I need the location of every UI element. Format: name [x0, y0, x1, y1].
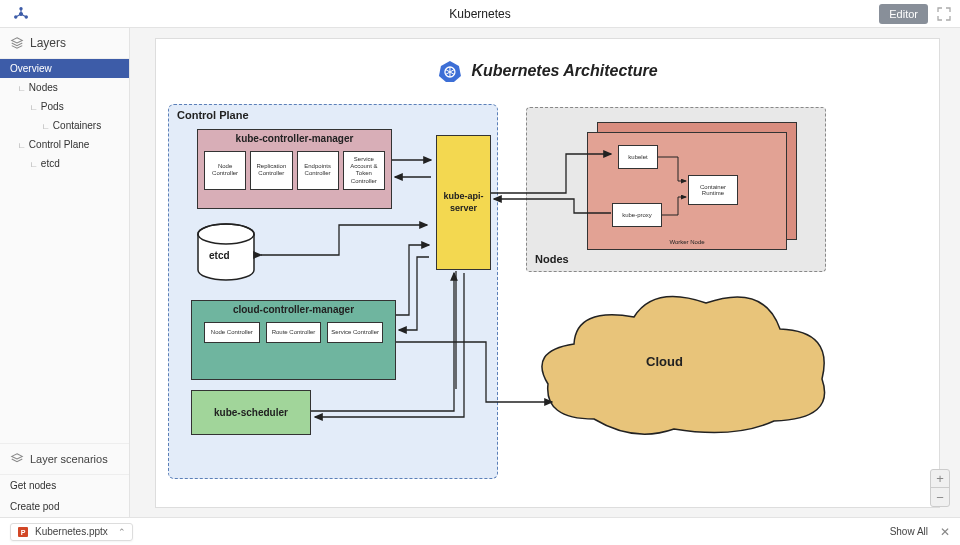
layers-tree: Overview ∟Nodes ∟Pods ∟Containers ∟Contr… — [0, 59, 129, 173]
ccm-cell-route: Route Controller — [266, 322, 322, 343]
kcm-cell-endpoints: Endpoints Controller — [297, 151, 339, 190]
kube-controller-manager-box: kube-controller-manager Node Controller … — [197, 129, 392, 209]
container-runtime-box: Container Runtime — [688, 175, 738, 205]
download-item[interactable]: P Kubernetes.pptx ⌃ — [10, 523, 133, 541]
scenarios-header-label: Layer scenarios — [30, 453, 108, 465]
layers-header: Layers — [0, 28, 129, 59]
app-logo-icon — [12, 5, 30, 23]
editor-button[interactable]: Editor — [879, 4, 928, 24]
ccm-title: cloud-controller-manager — [192, 301, 395, 318]
fullscreen-icon[interactable] — [936, 6, 952, 22]
etcd-label: etcd — [209, 250, 230, 261]
diagram-title: Kubernetes Architecture — [471, 62, 657, 80]
zoom-out-button[interactable]: − — [931, 488, 949, 506]
tree-item-etcd[interactable]: ∟etcd — [0, 154, 129, 173]
scenario-create-pod[interactable]: Create pod — [0, 496, 129, 517]
scenarios-icon — [10, 452, 24, 466]
diagram-canvas[interactable]: Kubernetes Architecture Control Plane ku… — [155, 38, 940, 508]
svg-text:P: P — [21, 529, 26, 536]
kcm-cell-node: Node Controller — [204, 151, 246, 190]
tree-item-containers[interactable]: ∟Containers — [0, 116, 129, 135]
kcm-cell-service-account: Service Account & Token Controller — [343, 151, 385, 190]
nodes-group: Nodes Worker Node kubelet kube-proxy Con… — [526, 107, 826, 272]
ccm-cell-node: Node Controller — [204, 322, 260, 343]
cloud-controller-manager-box: cloud-controller-manager Node Controller… — [191, 300, 396, 380]
sidebar: Layers Overview ∟Nodes ∟Pods ∟Containers… — [0, 28, 130, 517]
download-filename: Kubernetes.pptx — [35, 526, 108, 537]
kube-proxy-box: kube-proxy — [612, 203, 662, 227]
kubernetes-logo-icon — [437, 59, 461, 83]
document-title: Kubernetes — [449, 7, 510, 21]
chevron-up-icon[interactable]: ⌃ — [118, 527, 126, 537]
kcm-title: kube-controller-manager — [198, 130, 391, 147]
cloud-label: Cloud — [646, 354, 683, 369]
tree-item-pods[interactable]: ∟Pods — [0, 97, 129, 116]
control-plane-group: Control Plane kube-controller-manager No… — [168, 104, 498, 479]
close-icon[interactable]: ✕ — [940, 525, 950, 539]
show-all-button[interactable]: Show All — [890, 526, 928, 537]
worker-node-front: Worker Node kubelet kube-proxy Container… — [587, 132, 787, 250]
powerpoint-file-icon: P — [17, 526, 29, 538]
layers-header-label: Layers — [30, 36, 66, 50]
tree-item-overview[interactable]: Overview — [0, 59, 129, 78]
nodes-label: Nodes — [535, 253, 569, 265]
zoom-in-button[interactable]: + — [931, 470, 949, 488]
scenarios-header: Layer scenarios — [0, 443, 129, 475]
kubelet-box: kubelet — [618, 145, 658, 169]
ccm-cell-service: Service Controller — [327, 322, 383, 343]
kube-scheduler-box: kube-scheduler — [191, 390, 311, 435]
diagram-header: Kubernetes Architecture — [437, 59, 657, 83]
zoom-control: + − — [930, 469, 950, 507]
topbar: Kubernetes Editor — [0, 0, 960, 28]
tree-item-control-plane[interactable]: ∟Control Plane — [0, 135, 129, 154]
layers-icon — [10, 36, 24, 50]
scenario-get-nodes[interactable]: Get nodes — [0, 475, 129, 496]
worker-node-label: Worker Node — [669, 239, 704, 245]
main: Layers Overview ∟Nodes ∟Pods ∟Containers… — [0, 28, 960, 517]
cloud-shape-icon — [534, 289, 834, 459]
download-bar: P Kubernetes.pptx ⌃ Show All ✕ — [0, 517, 960, 545]
canvas-wrap[interactable]: Kubernetes Architecture Control Plane ku… — [130, 28, 960, 517]
kube-api-server-box: kube-api-server — [436, 135, 491, 270]
kcm-cell-replication: Replication Controller — [250, 151, 292, 190]
tree-item-nodes[interactable]: ∟Nodes — [0, 78, 129, 97]
control-plane-label: Control Plane — [177, 109, 249, 121]
